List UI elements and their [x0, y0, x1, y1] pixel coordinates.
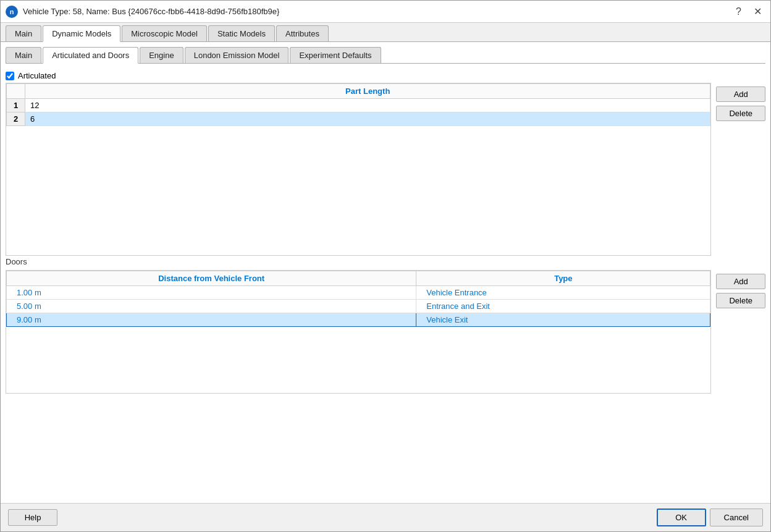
app-icon: n: [6, 6, 18, 18]
articulated-checkbox-row: Articulated: [6, 69, 765, 83]
content-area: Main Articulated and Doors Engine London…: [1, 42, 770, 503]
doors-section: Distance from Vehicle Front Type 1.00 m …: [6, 270, 765, 394]
row-value: 6: [25, 112, 710, 126]
tab-microscopic-model[interactable]: Microscopic Model: [122, 25, 207, 41]
bottom-right: OK Cancel: [657, 509, 763, 526]
part-length-add-button[interactable]: Add: [716, 87, 765, 102]
articulated-label: Articulated: [18, 71, 56, 80]
row-num: 1: [7, 99, 25, 112]
row-num: 2: [7, 112, 25, 126]
help-button-bottom[interactable]: Help: [8, 509, 57, 526]
doors-table-container: Distance from Vehicle Front Type 1.00 m …: [6, 270, 711, 394]
inner-tab-bar: Main Articulated and Doors Engine London…: [6, 47, 765, 64]
inner-tab-experiment-defaults[interactable]: Experiment Defaults: [290, 47, 381, 63]
tab-static-models[interactable]: Static Models: [208, 25, 275, 41]
part-length-table: Part Length 1 12 2 6: [6, 83, 710, 126]
doors-table: Distance from Vehicle Front Type 1.00 m …: [6, 271, 710, 327]
part-length-btn-group: Add Delete: [716, 83, 765, 256]
title-bar: n Vehicle Type: 58, Name: Bus {240676cc-…: [1, 1, 770, 23]
bottom-left: Help: [8, 509, 57, 526]
tab-attributes[interactable]: Attributes: [276, 25, 329, 41]
window-title: Vehicle Type: 58, Name: Bus {240676cc-fb…: [23, 7, 732, 16]
articulated-checkbox[interactable]: [6, 72, 14, 80]
main-window: n Vehicle Type: 58, Name: Bus {240676cc-…: [0, 0, 771, 532]
help-button[interactable]: ?: [732, 6, 745, 18]
inner-tab-articulated-doors[interactable]: Articulated and Doors: [43, 47, 138, 64]
door-type: Vehicle Exit: [416, 313, 710, 327]
inner-tab-main[interactable]: Main: [6, 47, 41, 63]
table-row[interactable]: 1 12: [7, 99, 710, 112]
doors-btn-group: Add Delete: [716, 270, 765, 394]
door-type: Vehicle Entrance: [416, 286, 710, 300]
close-button[interactable]: ✕: [750, 6, 765, 18]
col-type-header: Type: [416, 271, 710, 286]
door-distance: 5.00 m: [7, 300, 416, 313]
row-value: 12: [25, 99, 710, 112]
door-distance: 9.00 m: [7, 313, 416, 327]
part-length-delete-button[interactable]: Delete: [716, 106, 765, 121]
inner-tab-engine[interactable]: Engine: [140, 47, 183, 63]
part-length-table-container: Part Length 1 12 2 6: [6, 83, 711, 256]
table-row[interactable]: 1.00 m Vehicle Entrance: [7, 286, 710, 300]
table-row[interactable]: 5.00 m Entrance and Exit: [7, 300, 710, 313]
col-distance-header: Distance from Vehicle Front: [7, 271, 416, 286]
part-length-section: Part Length 1 12 2 6 Add Delete: [6, 83, 765, 256]
door-distance: 1.00 m: [7, 286, 416, 300]
ok-button[interactable]: OK: [657, 509, 706, 526]
table-row[interactable]: 2 6: [7, 112, 710, 126]
inner-tab-london-emission[interactable]: London Emission Model: [185, 47, 289, 63]
tab-main[interactable]: Main: [6, 25, 41, 41]
doors-label: Doors: [6, 256, 765, 268]
table-row[interactable]: 9.00 m Vehicle Exit: [7, 313, 710, 327]
col-part-length-header: Part Length: [25, 84, 710, 99]
cancel-button[interactable]: Cancel: [710, 509, 763, 526]
inner-panel: Articulated Part Length 1 12: [6, 69, 765, 498]
tab-dynamic-models[interactable]: Dynamic Models: [43, 25, 120, 42]
bottom-bar: Help OK Cancel: [1, 503, 770, 531]
doors-delete-button[interactable]: Delete: [716, 293, 765, 308]
col-num-header: [7, 84, 25, 99]
title-bar-controls: ? ✕: [732, 6, 765, 18]
outer-tab-bar: Main Dynamic Models Microscopic Model St…: [1, 23, 770, 42]
door-type: Entrance and Exit: [416, 300, 710, 313]
doors-add-button[interactable]: Add: [716, 274, 765, 289]
